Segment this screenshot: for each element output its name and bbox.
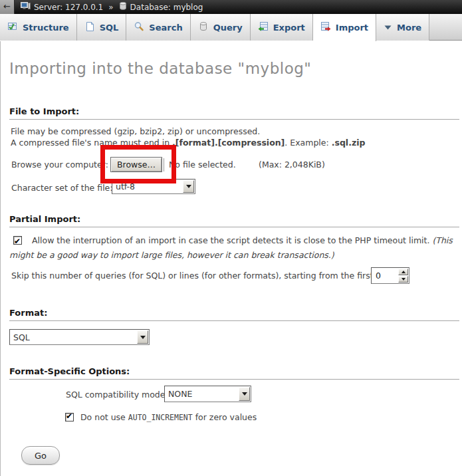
spinner-up-icon	[402, 271, 405, 273]
tab-label: SQL	[100, 23, 119, 33]
auto-increment-checkbox[interactable]: ✔	[65, 413, 74, 421]
charset-select[interactable]: utf-8	[112, 179, 195, 194]
import-icon	[320, 21, 331, 34]
name-rule-format: .[format].[compression]	[172, 138, 285, 148]
chevron-down-icon	[384, 23, 392, 33]
allow-interruption-checkbox[interactable]: ✔	[13, 236, 22, 245]
dropdown-arrow-icon	[140, 336, 146, 339]
auto-increment-code: AUTO_INCREMENT	[128, 413, 193, 422]
auto-increment-text-prefix: Do not use	[80, 412, 128, 422]
browse-label: Browse your computer:	[11, 160, 108, 170]
name-rule-example: .sql.zip	[332, 138, 366, 148]
section-heading-file-to-import: File to Import:	[9, 106, 459, 120]
breadcrumb: Server: 127.0.0.1 » Database: myblog	[21, 1, 203, 13]
compression-info-line2: A compressed file's name must end in .[f…	[11, 138, 365, 148]
no-file-selected-text: No file selected.	[169, 160, 236, 170]
auto-increment-row: ✔ Do not use AUTO_INCREMENT for zero val…	[65, 412, 257, 422]
tab-export[interactable]: Export	[251, 14, 313, 41]
sql-compat-selected-value: NONE	[165, 386, 238, 402]
sql-compat-label: SQL compatibility mode:	[66, 390, 168, 400]
charset-selected-value: utf-8	[112, 179, 182, 193]
breadcrumb-separator: »	[108, 3, 113, 12]
format-select[interactable]: SQL	[9, 329, 150, 345]
tab-structure[interactable]: Structure	[0, 14, 77, 41]
tab-label: Export	[273, 23, 305, 33]
checkmark-icon: ✔	[66, 412, 72, 421]
file-input-divider	[164, 158, 164, 172]
query-database-icon	[198, 21, 209, 34]
section-heading-partial-import: Partial Import:	[9, 214, 459, 227]
tab-label: Query	[213, 23, 243, 33]
tab-query[interactable]: Query	[191, 14, 251, 41]
max-upload-size-text: (Max: 2,048KiB)	[259, 160, 325, 170]
content-left-border	[0, 41, 1, 476]
section-heading-format-options: Format-Specific Options:	[9, 366, 459, 380]
spinner	[398, 269, 408, 283]
auto-increment-text-suffix: for zero values	[193, 412, 257, 422]
spinner-up-button[interactable]	[398, 269, 408, 275]
skip-queries-value: 0	[372, 268, 398, 283]
breadcrumb-server-link[interactable]: Server: 127.0.0.1	[34, 3, 103, 12]
compression-info-line1: File may be compressed (gzip, bzip2, zip…	[11, 126, 260, 136]
export-icon	[258, 21, 269, 34]
breadcrumb-bar: ← Server: 127.0.0.1 » Database: myblog	[0, 0, 462, 14]
tab-search[interactable]: Search	[126, 14, 190, 41]
tab-sql[interactable]: SQL	[77, 14, 127, 41]
tab-bar: Structure SQL Search	[0, 14, 462, 41]
tab-label: Search	[149, 23, 182, 33]
skip-queries-label: Skip this number of queries (for SQL) or…	[11, 271, 394, 281]
tab-label: More	[397, 23, 421, 33]
spinner-down-icon	[402, 278, 405, 281]
name-rule-prefix: A compressed file's name must end in	[11, 138, 172, 148]
allow-interruption-text: Allow the interruption of an import in c…	[32, 235, 432, 245]
dropdown-arrow-icon	[242, 392, 247, 396]
tab-import-active[interactable]: Import	[313, 14, 376, 41]
browse-button[interactable]: Browse…	[110, 157, 162, 172]
search-icon	[134, 21, 144, 34]
format-dropdown-button[interactable]	[137, 330, 148, 344]
dropdown-arrow-icon	[186, 185, 191, 188]
spinner-down-button[interactable]	[398, 276, 408, 283]
tab-label: Structure	[23, 23, 69, 33]
sql-page-icon	[84, 21, 95, 34]
phpmyadmin-import-page: ← Server: 127.0.0.1 » Database: myblog	[0, 0, 462, 476]
tab-label: Import	[336, 23, 368, 33]
skip-queries-input[interactable]: 0	[371, 267, 409, 284]
back-arrow-button[interactable]: ←	[0, 0, 15, 14]
sql-compat-select[interactable]: NONE	[164, 386, 251, 402]
charset-label: Character set of the file:	[11, 183, 113, 193]
allow-interruption-row: ✔Allow the interruption of an import in …	[9, 233, 454, 262]
go-button[interactable]: Go	[21, 446, 60, 465]
sql-compat-dropdown-button[interactable]	[239, 387, 250, 401]
breadcrumb-database-link[interactable]: Database: myblog	[130, 3, 203, 12]
structure-icon	[7, 21, 18, 34]
page-title: Importing into the database "myblog"	[9, 60, 311, 77]
format-selected-value: SQL	[10, 330, 136, 344]
section-heading-format: Format:	[9, 308, 459, 321]
database-icon	[119, 1, 127, 13]
server-icon	[21, 1, 31, 13]
checkmark-icon: ✔	[14, 235, 21, 249]
charset-dropdown-button[interactable]	[183, 180, 194, 193]
tab-more[interactable]: More	[376, 14, 429, 41]
name-rule-mid: . Example:	[285, 138, 331, 148]
